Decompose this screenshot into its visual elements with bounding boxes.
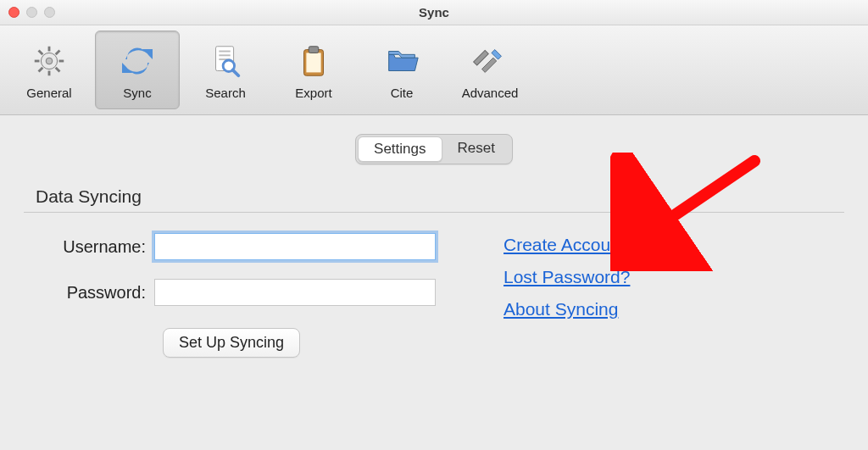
- tab-general-label: General: [26, 86, 71, 100]
- section-title: Data Syncing: [24, 186, 844, 212]
- section-divider: [24, 212, 844, 213]
- tools-icon: [470, 41, 510, 81]
- document-search-icon: [205, 41, 246, 81]
- window-title: Sync: [419, 5, 449, 19]
- gear-icon: [29, 41, 70, 81]
- tab-sync[interactable]: Sync: [95, 31, 180, 109]
- tab-general[interactable]: General: [7, 31, 92, 109]
- username-input[interactable]: [154, 233, 436, 260]
- data-syncing-panel: Data Syncing Username: Password: Set Up …: [24, 186, 844, 358]
- subtabs-segmented-control: Settings Reset: [355, 134, 513, 164]
- set-up-syncing-button[interactable]: Set Up Syncing: [163, 328, 300, 358]
- preferences-toolbar: General Sync Search: [0, 25, 868, 115]
- tab-cite[interactable]: Cite: [359, 31, 444, 109]
- window-traffic-lights: [8, 7, 55, 18]
- svg-line-8: [56, 50, 60, 54]
- svg-rect-18: [309, 46, 319, 53]
- password-input[interactable]: [154, 279, 436, 306]
- tab-sync-label: Sync: [123, 86, 151, 100]
- svg-line-6: [39, 50, 43, 54]
- folder-open-icon: [381, 41, 422, 81]
- tab-export[interactable]: Export: [271, 31, 356, 109]
- svg-rect-17: [306, 53, 320, 72]
- tab-search[interactable]: Search: [183, 31, 268, 109]
- tab-cite-label: Cite: [391, 86, 414, 100]
- svg-line-7: [56, 67, 60, 71]
- create-account-link[interactable]: Create Account: [504, 235, 630, 255]
- tab-advanced-label: Advanced: [462, 86, 519, 100]
- minimize-window-button[interactable]: [26, 7, 37, 18]
- svg-rect-19: [474, 50, 489, 65]
- sync-arrows-icon: [117, 41, 158, 81]
- tab-export-label: Export: [295, 86, 331, 100]
- username-label: Username:: [36, 237, 154, 257]
- window-titlebar: Sync: [0, 0, 868, 25]
- subtab-settings[interactable]: Settings: [358, 136, 442, 162]
- subtab-reset[interactable]: Reset: [442, 136, 510, 162]
- svg-line-9: [39, 67, 43, 71]
- zoom-window-button[interactable]: [44, 7, 55, 18]
- password-label: Password:: [36, 283, 154, 303]
- about-syncing-link[interactable]: About Syncing: [504, 299, 630, 319]
- clipboard-icon: [293, 41, 334, 81]
- close-window-button[interactable]: [8, 7, 19, 18]
- svg-line-15: [233, 69, 239, 75]
- tab-advanced[interactable]: Advanced: [448, 31, 532, 109]
- tab-search-label: Search: [205, 86, 246, 100]
- svg-point-1: [46, 58, 53, 64]
- lost-password-link[interactable]: Lost Password?: [504, 267, 630, 287]
